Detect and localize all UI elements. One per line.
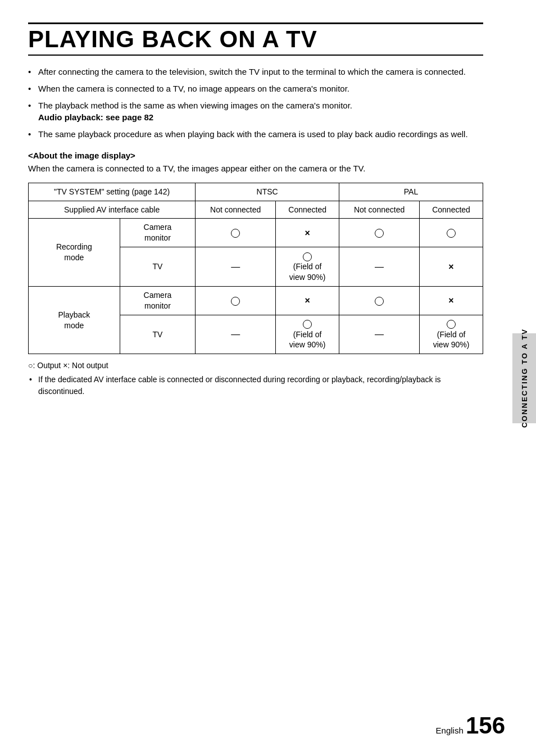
top-border (28, 22, 483, 24)
dash-icon: — (375, 328, 384, 341)
table-subheader-av: Supplied AV interface cable (29, 201, 196, 219)
bullet-item-2: When the camera is connected to a TV, no… (28, 83, 483, 95)
table-header-ntsc: NTSC (196, 183, 339, 201)
rec-cam-pal-not (339, 219, 420, 247)
recording-camera-label: Cameramonitor (120, 219, 195, 247)
playback-camera-label: Cameramonitor (120, 286, 195, 315)
rec-tv-pal-conn: × (420, 247, 483, 287)
circle-icon (231, 297, 240, 306)
table-row-playback-camera: Playbackmode Cameramonitor × × (29, 286, 483, 315)
table-header-setting: "TV SYSTEM" setting (page 142) (29, 183, 196, 201)
section-heading: <About the image display> (28, 151, 483, 160)
rec-tv-pal-not: — (339, 247, 420, 287)
dash-icon: — (231, 328, 240, 341)
play-tv-pal-not: — (339, 315, 420, 354)
circle-icon (447, 320, 456, 329)
dash-icon: — (231, 261, 240, 273)
circle-icon (447, 229, 456, 238)
footnote-bullet: If the dedicated AV interface cable is c… (28, 374, 483, 397)
bullet-item-3: The playback method is the same as when … (28, 99, 483, 124)
page-number-area: English 156 (436, 712, 505, 739)
table-row-recording-camera: Recordingmode Cameramonitor × (29, 219, 483, 247)
circle-icon (303, 320, 312, 329)
bullet-list: After connecting the camera to the telev… (28, 66, 483, 141)
footnote-symbols: ○: Output ×: Not output (28, 360, 483, 372)
rec-cam-ntsc-conn: × (276, 219, 339, 247)
x-icon: × (448, 261, 453, 273)
rec-tv-ntsc-conn: (Field ofview 90%) (276, 247, 339, 287)
play-cam-ntsc-conn: × (276, 286, 339, 315)
page-number: 156 (466, 712, 505, 739)
bullet-item-4: The same playback procedure as when play… (28, 128, 483, 141)
table-subheader-pal-not: Not connected (339, 201, 420, 219)
sidebar-tab: CONNECTING TO A TV (512, 333, 536, 423)
rec-tv-ntsc-not: — (196, 247, 276, 287)
footnote-area: ○: Output ×: Not output If the dedicated… (28, 360, 483, 397)
recording-mode-label: Recordingmode (29, 219, 120, 286)
table-subheader-ntsc-conn: Connected (276, 201, 339, 219)
page-title: PLAYING BACK ON A TV (28, 26, 483, 52)
data-table: "TV SYSTEM" setting (page 142) NTSC PAL … (28, 183, 483, 355)
x-icon: × (305, 295, 310, 307)
table-header-pal: PAL (339, 183, 483, 201)
english-label: English (436, 726, 464, 735)
play-cam-ntsc-not (196, 286, 276, 315)
table-subheader-pal-conn: Connected (420, 201, 483, 219)
circle-icon (303, 252, 312, 261)
recording-tv-label: TV (120, 247, 195, 287)
audio-playback-bold: Audio playback: see page 82 (38, 112, 153, 122)
page-container: PLAYING BACK ON A TV After connecting th… (0, 0, 517, 420)
play-tv-ntsc-conn: (Field ofview 90%) (276, 315, 339, 354)
play-cam-pal-conn: × (420, 286, 483, 315)
play-cam-pal-not (339, 286, 420, 315)
dash-icon: — (375, 261, 384, 273)
table-subheader-ntsc-not: Not connected (196, 201, 276, 219)
rec-cam-pal-conn (420, 219, 483, 247)
play-tv-pal-conn: (Field ofview 90%) (420, 315, 483, 354)
bullet-item-1: After connecting the camera to the telev… (28, 66, 483, 78)
playback-mode-label: Playbackmode (29, 286, 120, 354)
section-body: When the camera is connected to a TV, th… (28, 162, 483, 175)
x-icon: × (448, 295, 453, 307)
title-underline (28, 55, 483, 56)
playback-tv-label: TV (120, 315, 195, 354)
rec-cam-ntsc-not (196, 219, 276, 247)
x-icon: × (305, 227, 310, 239)
circle-icon (375, 297, 384, 306)
circle-icon (231, 229, 240, 238)
play-tv-ntsc-not: — (196, 315, 276, 354)
circle-icon (375, 229, 384, 238)
sidebar-text: CONNECTING TO A TV (520, 328, 529, 428)
